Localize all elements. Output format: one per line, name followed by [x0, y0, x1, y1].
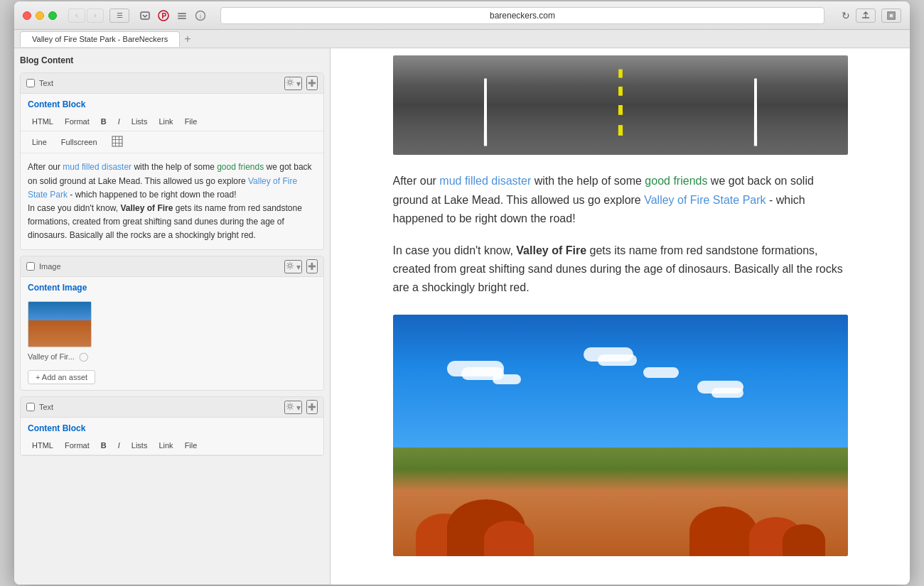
traffic-lights [23, 11, 57, 20]
lists-button-1[interactable]: Lists [126, 115, 154, 128]
bold-button-2[interactable]: B [95, 439, 112, 452]
svg-point-16 [289, 264, 291, 267]
pocket-icon[interactable] [139, 10, 151, 21]
address-bar[interactable] [220, 7, 824, 24]
image-container: Valley of Fir... ◯ [21, 295, 323, 367]
forward-button[interactable]: › [87, 9, 104, 23]
good-friends-link-sidebar[interactable]: good friends [217, 162, 264, 172]
cloud-3 [493, 374, 521, 384]
minimize-button[interactable] [36, 11, 44, 20]
lists-button-2[interactable]: Lists [126, 439, 154, 452]
content-pane: After our mud filled disaster with the h… [331, 48, 910, 584]
image-thumbnail[interactable] [28, 301, 92, 347]
text-block-1-checkbox[interactable] [26, 79, 35, 87]
svg-rect-5 [178, 18, 186, 19]
reading-view-button[interactable]: ☰ [109, 9, 129, 23]
svg-rect-11 [112, 136, 122, 146]
tab-bar: Valley of Fire State Park - BareNeckers … [14, 30, 910, 48]
svg-point-17 [289, 405, 291, 408]
rock-3 [484, 521, 534, 556]
html-button-1[interactable]: HTML [26, 115, 59, 128]
cloud-5 [584, 347, 633, 362]
link-button-1[interactable]: Link [153, 115, 178, 128]
pinterest-icon[interactable]: P [158, 10, 169, 21]
road-right-line [753, 79, 756, 146]
image-block-move[interactable]: ✚ [306, 259, 318, 273]
text-block-1-content[interactable]: After our mud filled disaster with the h… [21, 153, 323, 249]
format-button-1[interactable]: Format [59, 115, 95, 128]
text-block-1-toolbar-row2: Line Fullscreen [21, 131, 323, 153]
image-block-label: Image [39, 262, 280, 271]
section-header-text2: Text ▾ ✚ [21, 397, 323, 418]
valley-image [393, 315, 848, 556]
sidebar-title: Blog Content [20, 54, 324, 67]
mud-disaster-link-main[interactable]: mud filled disaster [439, 175, 531, 187]
refresh-button[interactable]: ↻ [842, 10, 850, 21]
svg-rect-0 [141, 12, 149, 19]
fullscreen-button[interactable] [881, 9, 901, 23]
image-block: Image ▾ ✚ Content Image [20, 256, 324, 391]
text-block-1-inner-title: Content Block [21, 94, 323, 112]
text-block-1: Text ▾ ✚ Content Block HTML Format B [20, 72, 324, 250]
line-button-1[interactable]: Line [26, 136, 53, 148]
buffer-icon[interactable] [176, 10, 188, 21]
good-friends-link-main[interactable]: good friends [645, 175, 707, 187]
new-tab-button[interactable]: + [184, 33, 190, 45]
add-asset-label: + Add an asset [36, 373, 87, 381]
text-block-1-move[interactable]: ✚ [306, 76, 318, 90]
fullscreen-button-1[interactable]: Fullscreen [55, 136, 103, 148]
info-icon[interactable]: i [195, 10, 206, 21]
road-image [393, 55, 848, 155]
svg-text:P: P [162, 12, 167, 20]
maximize-button[interactable] [48, 11, 57, 20]
file-button-1[interactable]: File [179, 115, 203, 128]
valley-link-sidebar[interactable]: Valley of Fire State Park [28, 176, 297, 200]
cloud-8 [697, 381, 743, 394]
text-block-2: Text ▾ ✚ Content Block HTML Format B [20, 396, 324, 456]
text-block-2-checkbox[interactable] [26, 403, 35, 411]
valley-ground [393, 447, 848, 556]
rock-6 [783, 524, 825, 556]
format-button-2[interactable]: Format [59, 439, 95, 452]
cloud-6 [643, 367, 679, 378]
text-block-1-label: Text [39, 79, 280, 87]
image-block-inner-title: Content Image [21, 277, 323, 295]
image-filename: Valley of Fir... [28, 352, 75, 361]
file-button-2[interactable]: File [179, 439, 203, 452]
thumbnail-ground [28, 320, 91, 347]
nav-buttons: ‹ › [68, 9, 104, 23]
italic-button-2[interactable]: I [112, 439, 126, 452]
link-button-2[interactable]: Link [153, 439, 178, 452]
italic-button-1[interactable]: I [112, 115, 126, 128]
valley-sky [393, 315, 848, 447]
rock-4 [689, 506, 757, 556]
article-text: After our mud filled disaster with the h… [393, 172, 848, 297]
html-button-2[interactable]: HTML [26, 439, 59, 452]
text-block-2-gear[interactable]: ▾ [284, 401, 302, 414]
main-area: Blog Content Text ▾ ✚ Content Block [14, 48, 910, 584]
text-block-2-inner-title: Content Block [21, 418, 323, 436]
add-asset-button[interactable]: + Add an asset [28, 370, 95, 384]
image-block-gear[interactable]: ▾ [284, 260, 302, 273]
image-filename-row: Valley of Fir... ◯ [28, 352, 316, 362]
mud-disaster-link-sidebar[interactable]: mud filled disaster [63, 162, 131, 172]
text-block-2-move[interactable]: ✚ [306, 400, 318, 414]
browser-tab[interactable]: Valley of Fire State Park - BareNeckers [20, 31, 180, 47]
browser-window: ‹ › ☰ P [14, 1, 910, 584]
section-header-image: Image ▾ ✚ [21, 256, 323, 277]
image-block-checkbox[interactable] [26, 262, 35, 271]
article-content: After our mud filled disaster with the h… [393, 48, 848, 555]
share-button[interactable] [856, 9, 876, 23]
tab-title: Valley of Fire State Park - BareNeckers [32, 35, 168, 43]
bold-button-1[interactable]: B [95, 115, 112, 128]
toolbar-right [856, 9, 901, 23]
text-block-1-gear[interactable]: ▾ [284, 77, 302, 90]
svg-rect-4 [178, 15, 186, 16]
text-block-1-toolbar: HTML Format B I Lists Link File [21, 112, 323, 131]
section-header-text1: Text ▾ ✚ [21, 73, 323, 94]
back-button[interactable]: ‹ [68, 9, 85, 23]
table-button-1[interactable] [106, 134, 129, 151]
image-clear-button[interactable]: ◯ [79, 352, 88, 362]
close-button[interactable] [23, 11, 31, 20]
valley-link-main[interactable]: Valley of Fire State Park [644, 194, 765, 206]
